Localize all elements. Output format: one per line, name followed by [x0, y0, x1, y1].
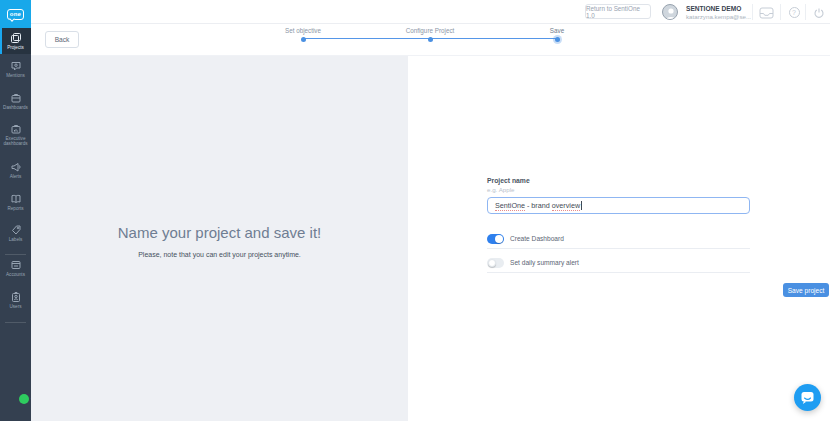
- accounts-icon: [10, 259, 22, 271]
- text-cursor: [581, 201, 582, 210]
- step-configure-project[interactable]: Configure Project: [390, 27, 470, 42]
- sidebar-item-label: Labels: [1, 237, 31, 242]
- executive-dashboards-icon: [10, 123, 22, 135]
- step-label: Set objective: [263, 27, 343, 34]
- create-dashboard-toggle[interactable]: [487, 234, 504, 244]
- sentione-logo[interactable]: one: [0, 0, 31, 28]
- sidebar-item-label: Projects: [1, 45, 31, 50]
- top-header: Return to SentiOne 1.0 SENTIONE DEMO kat…: [31, 0, 830, 24]
- mentions-icon: [10, 60, 22, 72]
- sidebar-item-label: Alerts: [1, 174, 31, 179]
- header-divider: [805, 4, 806, 20]
- return-to-sentione-button[interactable]: Return to SentiOne 1.0: [585, 4, 651, 19]
- sidebar-item-projects[interactable]: Projects: [0, 28, 31, 54]
- daily-summary-alert-row: Set daily summary alert: [487, 257, 750, 268]
- dashboards-icon: [10, 92, 22, 104]
- users-icon: [10, 291, 22, 303]
- save-project-button[interactable]: Save project: [783, 283, 829, 297]
- sidebar-item-reports[interactable]: Reports: [0, 193, 31, 220]
- sidebar-item-label: Accounts: [1, 272, 31, 277]
- sidebar-item-label: Users: [1, 304, 31, 309]
- user-name: SENTIONE DEMO: [686, 5, 741, 12]
- toggle-knob: [495, 235, 503, 243]
- header-divider: [780, 4, 781, 20]
- sidebar-item-dashboards[interactable]: Dashboards: [0, 92, 31, 119]
- labels-icon: [10, 224, 22, 236]
- toggle-label: Create Dashboard: [510, 235, 564, 242]
- sidebar-divider: [5, 254, 26, 255]
- step-set-objective[interactable]: Set objective: [263, 27, 343, 42]
- toggle-knob: [488, 259, 496, 267]
- form-panel: Project name e.g. Apple SentiOne - brand…: [408, 56, 830, 421]
- sidebar-divider: [5, 322, 26, 323]
- sidebar-item-labels[interactable]: Labels: [0, 224, 31, 251]
- input-text-part: - brand: [525, 201, 552, 210]
- info-panel: Name your project and save it! Please, n…: [31, 56, 408, 421]
- sidebar-item-mentions[interactable]: Mentions: [0, 60, 31, 86]
- sidebar-item-label: Mentions: [1, 73, 31, 78]
- create-dashboard-row: Create Dashboard: [487, 233, 750, 244]
- project-name-input[interactable]: SentiOne - brand overview: [487, 197, 750, 214]
- sidebar-item-label: Dashboards: [1, 105, 31, 110]
- chat-widget-button[interactable]: [794, 384, 821, 411]
- step-dot: [555, 37, 560, 42]
- sidebar-item-label: Executive dashboards: [1, 136, 31, 146]
- question-mark-icon: ?: [789, 7, 800, 18]
- project-name-label: Project name: [487, 177, 530, 184]
- form-divider: [487, 248, 750, 249]
- toggle-label: Set daily summary alert: [510, 259, 579, 266]
- step-label: Configure Project: [390, 27, 470, 34]
- chat-bubble-icon: [800, 390, 815, 405]
- inbox-icon[interactable]: [757, 6, 775, 19]
- step-dot: [301, 37, 306, 42]
- projects-icon: [10, 32, 22, 44]
- sidebar-item-accounts[interactable]: Accounts: [0, 259, 31, 286]
- help-icon[interactable]: ?: [785, 6, 803, 19]
- panel-subtitle: Please, note that you can edit your proj…: [31, 251, 408, 258]
- project-name-hint: e.g. Apple: [487, 186, 515, 193]
- step-label: Save: [517, 27, 597, 34]
- app-window: one Projects Mentions Dashboards Executi…: [0, 0, 830, 421]
- header-divider: [752, 4, 753, 20]
- sidebar-item-label: Reports: [1, 206, 31, 211]
- input-text-part: SentiOne: [495, 201, 525, 211]
- panel-title: Name your project and save it!: [31, 224, 408, 241]
- reports-icon: [10, 193, 22, 205]
- back-button[interactable]: Back: [45, 31, 79, 48]
- sidebar-item-users[interactable]: Users: [0, 291, 31, 318]
- person-icon: [663, 5, 678, 20]
- form-divider: [487, 272, 750, 273]
- step-dot: [428, 37, 433, 42]
- daily-summary-alert-toggle[interactable]: [487, 258, 504, 268]
- power-icon[interactable]: [810, 6, 828, 19]
- user-email: katarzyna.kempa@se...: [686, 13, 751, 20]
- avatar[interactable]: [662, 4, 678, 20]
- online-status-dot: [19, 394, 29, 404]
- sidebar: one Projects Mentions Dashboards Executi…: [0, 0, 31, 421]
- sidebar-item-alerts[interactable]: Alerts: [0, 161, 31, 187]
- sentione-logo-icon: one: [7, 9, 24, 20]
- input-text-part: overview: [552, 201, 580, 211]
- step-save[interactable]: Save: [517, 27, 597, 42]
- sidebar-item-executive-dashboards[interactable]: Executive dashboards: [0, 123, 31, 156]
- alerts-icon: [10, 161, 22, 173]
- wizard-bar: Back Set objective Configure Project Sav…: [31, 25, 830, 56]
